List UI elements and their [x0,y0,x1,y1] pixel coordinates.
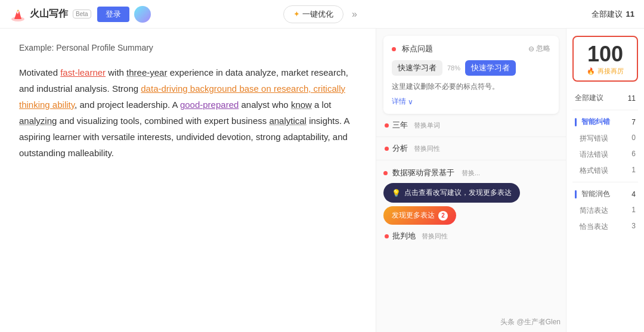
text-analyst: analyst who [239,100,291,110]
watermark: 头条 @生产者Glen [500,317,561,327]
suggestion-card: 标点问题 ⊖ 忽略 快速学习者 78% 快速学习者 这里建议删除不必要的标点符号… [383,36,559,114]
jianjie-label: 简洁表达 [580,206,608,216]
text-good-prepared[interactable]: good-prepared [180,100,239,110]
sidebar-all-suggestions[interactable]: 全部建议 11 [572,90,638,106]
text-motivated: Motivated [19,67,60,77]
discover-button[interactable]: 发现更多表达 2 [383,206,456,225]
chip-suggested[interactable]: 快速学习者 [465,60,516,76]
doc-title: Example: Personal Profile Summary [19,43,357,52]
right-sidebar: 100 🔥 再接再厉 全部建议 11 智能纠错 7 拼写错误 0 语法错误 [566,29,644,332]
all-suggestions-label: 全部建议 [592,9,623,20]
sidebar-runse-count: 4 [631,190,636,198]
logo-area: 火山写作 Beta [10,6,91,23]
card-type: 标点问题 [392,43,433,54]
login-button[interactable]: 登录 [97,7,129,22]
doc-body: Motivated fast-learner with three-year e… [19,64,357,161]
text-know[interactable]: know [291,100,312,110]
sidebar-sub-geshi[interactable]: 格式错误 1 [572,163,638,178]
suggestion-item-1[interactable]: 分析 替换同性 [376,137,566,160]
fire-icon: 🔥 [587,67,595,75]
yufa-count: 6 [631,150,636,160]
accent-bar-runse [575,190,577,198]
chip-score: 78% [447,64,460,72]
item-dot-1 [385,147,389,151]
item-tag-1: 替换同性 [414,144,440,153]
star-icon: ✦ [293,10,300,18]
qiadang-count: 3 [631,222,636,232]
suggestion-chips: 快速学习者 78% 快速学习者 [392,60,550,76]
score-label: 🔥 再接再厉 [580,67,631,76]
main-layout: Example: Personal Profile Summary Motiva… [0,29,644,332]
jianjie-count: 1 [631,206,636,216]
score-text: 再接再厉 [597,67,624,76]
tooltip-banner: 💡 点击查看改写建议，发现更多表达 [383,183,520,203]
sidebar-sub-qiadang[interactable]: 恰当表达 3 [572,219,638,234]
optimize-label: 一键优化 [302,9,333,20]
text-three-year[interactable]: three-year [126,67,167,77]
suggestion-item-0[interactable]: 三年 替换单词 [376,114,566,137]
tooltip-text: 点击查看改写建议，发现更多表达 [404,188,512,198]
app-name: 火山写作 [30,8,68,20]
card-type-label: 标点问题 [402,44,433,53]
card-header: 标点问题 ⊖ 忽略 [392,43,550,54]
discover-label: 发现更多表达 [392,210,435,221]
lamp-icon: 💡 [392,189,401,197]
topbar: 火山写作 Beta 登录 ✦ 一键优化 » 全部建议 11 [0,0,644,29]
yufa-label: 语法错误 [580,150,608,160]
text-fast-learner[interactable]: fast-learner [60,67,106,77]
geshi-label: 格式错误 [580,166,608,176]
beta-badge: Beta [73,10,91,18]
chevron-down-icon: ∨ [408,98,413,106]
geshi-count: 1 [631,166,636,176]
text-rest: and visualizing tools, combined with exp… [57,116,269,126]
accent-bar-jucuo [575,118,577,126]
item-tag-2: 替换... [462,169,480,178]
topbar-right: 全部建议 11 [592,9,634,20]
ignore-icon: ⊖ [528,45,534,53]
suggestion-panel: 标点问题 ⊖ 忽略 快速学习者 78% 快速学习者 这里建议删除不必要的标点符号… [376,29,566,332]
sidebar-section-runse[interactable]: 智能润色 4 [572,186,638,202]
editor-area: Example: Personal Profile Summary Motiva… [0,29,376,332]
item-dot-0 [385,123,389,128]
detail-label: 详情 [392,97,406,107]
divider-2 [572,182,638,182]
sidebar-jucuo-count: 7 [631,118,636,126]
sidebar-jucuo-label: 智能纠错 [581,117,610,127]
ignore-label: 忽略 [536,44,550,54]
pinxie-label: 拼写错误 [580,134,608,144]
sidebar-all-label: 全部建议 [575,93,603,103]
item-label-3: 批判地 [392,231,416,241]
divider-1 [572,110,638,110]
sidebar-sub-pinxie[interactable]: 拼写错误 0 [572,131,638,146]
item-label-1: 分析 [392,143,408,154]
item-tag-0: 替换单词 [414,121,440,130]
sidebar-runse-label: 智能润色 [581,189,610,199]
suggestion-detail-button[interactable]: 详情 ∨ [392,97,550,107]
avatar-button[interactable] [134,6,151,23]
text-with: with [106,67,126,77]
topbar-center: ✦ 一键优化 » [283,5,361,23]
sidebar-sub-jianjie[interactable]: 简洁表达 1 [572,203,638,218]
optimize-button[interactable]: ✦ 一键优化 [283,5,343,23]
sidebar-all-count: 11 [628,94,636,103]
suggestion-item-3[interactable]: 批判地 替换同性 [376,225,566,247]
text-and-project: , and project leadership. A [75,100,180,110]
text-analytical[interactable]: analytical [269,116,306,126]
item-label-0: 三年 [392,120,408,131]
discover-badge: 2 [438,211,448,221]
item-tag-3: 替换同性 [422,232,448,241]
card-ignore-button[interactable]: ⊖ 忽略 [528,44,550,54]
item-dot-2 [383,171,388,175]
sidebar-sub-yufa[interactable]: 语法错误 6 [572,147,638,162]
qiadang-label: 恰当表达 [580,222,608,232]
text-alot: a lot [312,100,332,110]
text-analyzing[interactable]: analyzing [19,116,57,126]
logo-icon [10,6,26,23]
suggestion-desc: 这里建议删除不必要的标点符号。 [392,82,550,92]
score-box: 100 🔥 再接再厉 [572,36,638,82]
suggestion-total: 11 [626,10,634,18]
score-number: 100 [580,42,631,67]
item-dot-3 [385,234,389,238]
expand-button[interactable]: » [348,8,361,21]
sidebar-section-jucuo[interactable]: 智能纠错 7 [572,114,638,130]
